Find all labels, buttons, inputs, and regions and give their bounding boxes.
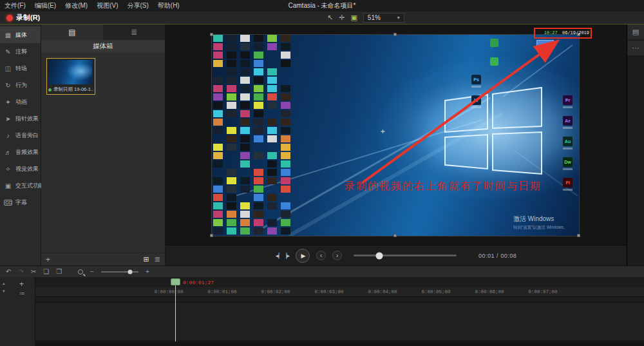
seek-slider[interactable] — [354, 255, 457, 256]
mosaic-cell — [240, 211, 250, 218]
desktop-app-icon-dw: Dw — [563, 157, 573, 167]
resize-handle[interactable] — [577, 234, 580, 237]
copy-button[interactable]: ❏ — [43, 269, 49, 275]
tab-media-bin[interactable]: ▤ — [41, 24, 103, 40]
step-forward-button[interactable]: |▸ — [285, 252, 289, 259]
mosaic-cell — [240, 160, 250, 168]
canvas-zoom-dropdown[interactable]: 51% ▾ — [363, 13, 404, 23]
pan-tool-icon[interactable]: ✛ — [339, 14, 345, 21]
desktop-app-icon-ae: Ae — [563, 116, 573, 126]
undo-button[interactable]: ↶ — [6, 269, 11, 275]
timeline-scrollbar[interactable] — [35, 341, 644, 346]
media-clip-thumbnail — [48, 60, 92, 84]
mosaic-cell — [254, 219, 263, 226]
add-media-button[interactable]: + — [46, 255, 50, 264]
mosaic-cell — [267, 77, 277, 84]
resize-handle[interactable] — [210, 234, 213, 237]
crop-tool-icon[interactable]: ▣ — [350, 14, 357, 21]
timeline-zoom-slider-thumb[interactable] — [128, 269, 133, 274]
text-callout[interactable]: 录制的视频的右上角就有了时间与日期 — [345, 180, 542, 193]
sidebar-item-voice[interactable]: ♪语音旁白 — [0, 127, 41, 144]
sidebar-item-label: 媒体 — [15, 31, 27, 39]
sidebar-item-captions[interactable]: CC字幕 — [0, 194, 41, 211]
collapsed-properties-tab[interactable]: ▤ — [627, 24, 644, 39]
mosaic-cell — [281, 227, 290, 235]
canvas-stage[interactable]: PsLr PrAeAuDwFl ✛ 激活 Windows 转到“设置”以激活 W… — [166, 24, 627, 245]
ruler-tick-label: 0:00:03;00 — [314, 289, 343, 294]
canvas-zoom-value: 51% — [368, 14, 381, 21]
clip-status-icon — [48, 88, 52, 91]
menu-item[interactable]: 视图(V) — [92, 1, 122, 10]
record-button[interactable]: 录制(R) — [0, 13, 46, 23]
sidebar-item-interactivity[interactable]: ▣交互式功能 — [0, 177, 41, 194]
mosaic-cell — [213, 119, 223, 126]
next-clip-button[interactable]: › — [332, 251, 342, 260]
cursor_fx-icon: ➤ — [4, 115, 12, 122]
mosaic-cell — [227, 35, 236, 42]
list-view-icon[interactable]: ≣ — [155, 255, 160, 264]
collapsed-more-tab[interactable]: ⋯ — [627, 41, 644, 55]
recording-timestamp: 10:27 06/19/2019 — [544, 30, 589, 35]
step-back-button[interactable]: ◂| — [276, 252, 279, 259]
redo-button[interactable]: ↷ — [18, 269, 23, 275]
resize-handle[interactable] — [210, 33, 213, 36]
captions-icon: CC — [4, 200, 12, 206]
sidebar-item-audio_fx[interactable]: ♬音频效果 — [0, 144, 41, 160]
menu-item[interactable]: 帮助(H) — [153, 1, 184, 10]
timeline-zoom-slider[interactable] — [101, 271, 138, 273]
seek-slider-thumb[interactable] — [376, 252, 383, 259]
tab-library[interactable]: ≣ — [103, 24, 165, 40]
sidebar-item-animations[interactable]: ✦动画 — [0, 93, 41, 110]
menu-item[interactable]: 编辑(E) — [30, 1, 61, 10]
timeline-zoom-out-button[interactable]: − — [90, 269, 94, 275]
ruler-tick-label: 0:00:02;00 — [261, 289, 290, 294]
track-collapse-down-icon[interactable]: ▾ — [3, 289, 5, 294]
mosaic-cell — [254, 152, 263, 159]
menu-item[interactable]: 分享(S) — [122, 1, 153, 10]
mosaic-column — [267, 35, 277, 236]
sidebar-item-transitions[interactable]: ◫转场 — [0, 60, 41, 77]
paste-button[interactable]: ❐ — [56, 269, 62, 275]
menu-item[interactable]: 修改(M) — [61, 1, 92, 10]
sidebar-item-media[interactable]: ▦媒体 — [0, 26, 41, 43]
sidebar-item-visual_fx[interactable]: ✧视觉效果 — [0, 160, 41, 177]
visual_fx-icon: ✧ — [4, 166, 12, 173]
timeline-ruler[interactable]: 0:00:00;000:00:01;000:00:02;000:00:03;00… — [35, 287, 644, 297]
play-button[interactable]: ▶ — [296, 249, 310, 263]
timeline-zoom-in-button[interactable]: + — [146, 269, 149, 275]
mosaic-cell — [281, 219, 290, 226]
resize-handle[interactable] — [393, 33, 397, 36]
track-lane[interactable] — [35, 302, 644, 341]
resize-handle[interactable] — [393, 234, 397, 237]
timeline-toolbar: ↶ ↷ ✂ ❏ ❐ − + — [0, 265, 644, 277]
cut-button[interactable]: ✂ — [31, 269, 36, 275]
timeline-zoom-icon — [78, 269, 83, 274]
track-options-icon[interactable]: ≔ — [19, 290, 25, 296]
sidebar-item-cursor_fx[interactable]: ➤指针效果 — [0, 110, 41, 127]
mosaic-cell — [281, 177, 290, 184]
mosaic-cell — [281, 93, 290, 101]
mosaic-cell — [240, 152, 250, 159]
mosaic-cell — [254, 52, 263, 59]
sidebar-item-annotations[interactable]: ✎注释 — [0, 43, 41, 60]
sidebar-item-behaviors[interactable]: ↻行为 — [0, 77, 41, 93]
audio_fx-icon: ♬ — [4, 149, 12, 156]
menu-item[interactable]: 文件(F) — [0, 1, 30, 10]
mosaic-cell — [213, 102, 223, 109]
grid-view-icon[interactable]: ⊞ — [144, 255, 149, 264]
track-collapse-up-icon[interactable]: ▴ — [3, 281, 5, 286]
timeline-tracks[interactable] — [35, 297, 644, 341]
playhead-grip[interactable] — [171, 278, 180, 285]
previous-clip-button[interactable]: ‹ — [316, 251, 326, 260]
media-clip-selected[interactable]: 录制日期 19-06-1... — [46, 58, 95, 95]
video-preview[interactable]: PsLr PrAeAuDwFl ✛ 激活 Windows 转到“设置”以激活 W… — [212, 35, 579, 236]
highlight-rectangle-callout[interactable]: 10:27 06/19/2019 — [534, 28, 592, 39]
ruler-tick-label: 0:00:04;00 — [368, 289, 397, 294]
add-track-button[interactable]: + — [19, 280, 24, 289]
arrow-tool-icon[interactable]: ↖ — [327, 14, 333, 21]
mosaic-cell — [227, 119, 236, 126]
time-separator: / — [497, 253, 498, 259]
mosaic-cell — [267, 186, 277, 193]
mosaic-cell — [254, 169, 263, 176]
media-clip-label-row: 录制日期 19-06-1... — [48, 86, 93, 93]
